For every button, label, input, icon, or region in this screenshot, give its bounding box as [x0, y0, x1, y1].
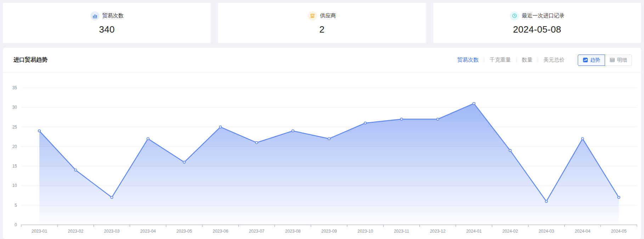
metric-tabs: 贸易次数 千克重量 数量 美元总价 — [452, 57, 570, 63]
data-point[interactable] — [581, 138, 583, 140]
svg-text:20: 20 — [12, 144, 17, 149]
data-point[interactable] — [364, 122, 366, 124]
svg-text:2024-04: 2024-04 — [575, 229, 591, 234]
stat-value: 2 — [320, 24, 325, 35]
stat-card-suppliers: 供应商 2 — [218, 3, 426, 43]
tab-quantity[interactable]: 数量 — [516, 57, 538, 63]
tab-usd-total[interactable]: 美元总价 — [538, 57, 570, 63]
svg-text:2023-03: 2023-03 — [104, 229, 120, 234]
svg-text:35: 35 — [12, 85, 17, 90]
detail-view-button[interactable]: 明细 — [605, 55, 632, 66]
stat-label: 供应商 — [320, 12, 336, 19]
data-point[interactable] — [219, 126, 221, 128]
stat-value: 2024-05-08 — [513, 24, 561, 35]
x-axis-labels: 2023-012023-022023-032023-042023-052023-… — [32, 229, 627, 234]
svg-text:15: 15 — [12, 164, 17, 169]
panel-controls: 贸易次数 千克重量 数量 美元总价 趋势 — [452, 55, 632, 66]
svg-text:2023-04: 2023-04 — [140, 229, 156, 234]
detail-view-label: 明细 — [617, 57, 627, 63]
data-point[interactable] — [437, 118, 439, 120]
x-axis-ticks — [21, 225, 637, 227]
data-point[interactable] — [292, 130, 294, 132]
bar-chart-icon — [90, 11, 100, 21]
svg-text:2023-05: 2023-05 — [176, 229, 192, 234]
svg-text:2023-09: 2023-09 — [321, 229, 337, 234]
stat-label: 贸易次数 — [102, 12, 124, 19]
panel-title: 进口贸易趋势 — [13, 56, 47, 64]
svg-text:2023-01: 2023-01 — [32, 229, 47, 234]
data-point[interactable] — [183, 161, 185, 163]
svg-text:2024-05: 2024-05 — [611, 229, 627, 234]
tab-trade-count[interactable]: 贸易次数 — [452, 57, 484, 63]
shop-icon — [308, 11, 317, 21]
trend-view-label: 趋势 — [590, 57, 600, 63]
trend-view-button[interactable]: 趋势 — [578, 55, 605, 66]
data-point[interactable] — [111, 196, 113, 198]
data-point[interactable] — [545, 200, 547, 203]
data-point[interactable] — [255, 142, 258, 144]
svg-text:2024-01: 2024-01 — [466, 229, 482, 234]
stat-value: 340 — [99, 24, 115, 35]
stats-row: 贸易次数 340 供应商 2 最近一次进口记录 — [0, 0, 644, 43]
trend-icon — [583, 57, 588, 63]
data-point[interactable] — [74, 169, 77, 171]
svg-text:2023-11: 2023-11 — [394, 229, 409, 234]
svg-text:10: 10 — [12, 183, 17, 188]
svg-text:2023-08: 2023-08 — [285, 229, 301, 234]
svg-text:2023-06: 2023-06 — [213, 229, 228, 234]
svg-text:2023-07: 2023-07 — [249, 229, 265, 234]
data-point[interactable] — [473, 102, 475, 104]
stat-label: 最近一次进口记录 — [522, 12, 564, 19]
area-fill — [39, 103, 619, 225]
tab-kg-weight[interactable]: 千克重量 — [484, 57, 516, 63]
svg-text:2024-02: 2024-02 — [502, 229, 518, 234]
svg-text:2023-12: 2023-12 — [430, 229, 446, 234]
svg-text:30: 30 — [12, 105, 17, 110]
data-point[interactable] — [147, 138, 149, 140]
svg-text:0: 0 — [15, 222, 17, 227]
stat-card-trade-count: 贸易次数 340 — [3, 3, 211, 43]
import-trend-panel: 进口贸易趋势 贸易次数 千克重量 数量 美元总价 — [3, 48, 641, 239]
data-point[interactable] — [400, 118, 402, 120]
svg-text:2024-03: 2024-03 — [538, 229, 554, 234]
view-toggle-group: 趋势 明细 — [578, 55, 632, 66]
data-point[interactable] — [38, 130, 40, 132]
data-point[interactable] — [328, 138, 330, 140]
table-icon — [610, 57, 615, 63]
svg-text:5: 5 — [15, 203, 17, 208]
svg-text:25: 25 — [12, 125, 17, 130]
data-point[interactable] — [618, 196, 620, 198]
svg-text:2023-10: 2023-10 — [357, 229, 373, 234]
panel-header: 进口贸易趋势 贸易次数 千克重量 数量 美元总价 — [3, 48, 641, 73]
data-point[interactable] — [509, 149, 511, 152]
stat-card-last-import: 最近一次进口记录 2024-05-08 — [433, 3, 641, 43]
y-axis-labels: 05101520253035 — [12, 85, 17, 227]
trend-chart[interactable]: 051015202530352023-012023-022023-032023-… — [3, 73, 641, 238]
clock-icon — [510, 11, 519, 21]
svg-text:2023-02: 2023-02 — [68, 229, 83, 234]
